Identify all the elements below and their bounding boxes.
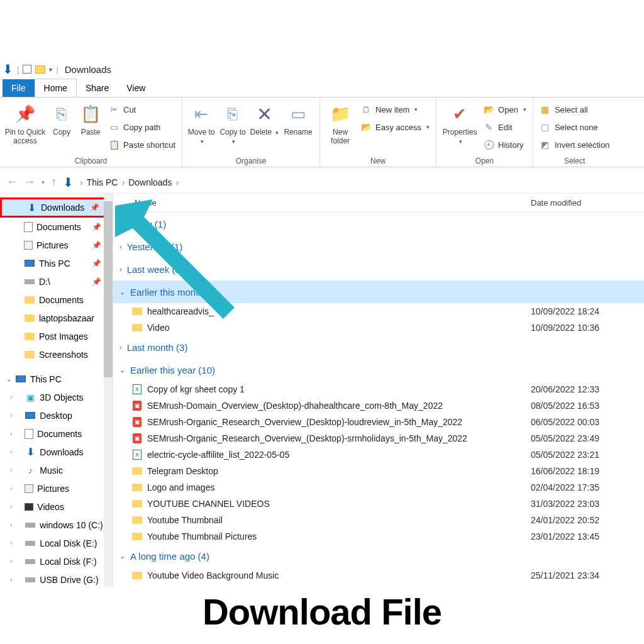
file-row[interactable]: YOUTUBE CHANNEL VIDEOS31/03/2022 23:03	[113, 496, 644, 512]
open-button[interactable]: 📂Open▾	[480, 101, 529, 118]
sidebar-item-documents[interactable]: Documents📌	[0, 218, 113, 236]
file-date: 31/03/2022 23:03	[531, 499, 644, 509]
sidebar-item-local-disk-f-[interactable]: ›Local Disk (F:)	[0, 552, 113, 570]
copy-to-button[interactable]: ⎘ Copy to ▾	[218, 100, 248, 145]
invert-selection-button[interactable]: ◩Invert selection	[537, 136, 612, 153]
sidebar-this-pc[interactable]: ⌄ This PC	[0, 370, 113, 388]
breadcrumb-downloads-icon: ⬇	[63, 175, 74, 190]
new-folder-button[interactable]: 📁 New folder	[324, 100, 357, 145]
pin-label: Pin to Quick access	[4, 128, 47, 145]
properties-button[interactable]: ✔ Properties ▾	[440, 100, 479, 145]
file-name: Youtube Thumbnail Pictures	[147, 531, 531, 541]
qat-dropdown-icon[interactable]: ▾	[49, 66, 52, 73]
nav-dropdown-icon[interactable]: ▾	[42, 179, 45, 186]
sidebar-item-documents[interactable]: ›Documents	[0, 425, 113, 443]
copy-button[interactable]: ⎘ Copy	[48, 100, 75, 136]
nav-up-button[interactable]: ↑	[51, 175, 57, 189]
rename-button[interactable]: ▭ Rename	[280, 100, 316, 136]
group-today-1-[interactable]: ›Today (1)	[113, 213, 644, 235]
easy-access-button[interactable]: 📂Easy access▾	[358, 119, 432, 135]
group-earlier-this-month-2-[interactable]: ⌄Earlier this month (2)	[113, 280, 644, 303]
file-row[interactable]: Xelectric-cycle-affilite_list_2022-05-05…	[113, 447, 644, 463]
paste-shortcut-button[interactable]: 📋Paste shortcut	[106, 136, 178, 153]
move-to-button[interactable]: ⇤ Move to ▾	[186, 100, 216, 145]
group-earlier-this-year-10-[interactable]: ⌄Earlier this year (10)	[113, 358, 644, 381]
column-name[interactable]: Name	[113, 198, 531, 208]
file-name: Youtube Thumbnail	[147, 515, 531, 525]
sidebar-item-music[interactable]: ›♪Music	[0, 461, 113, 479]
invert-selection-icon: ◩	[540, 140, 551, 150]
paste-button[interactable]: 📋 Paste	[77, 100, 104, 136]
pin-icon: 📌	[92, 259, 101, 268]
nav-forward-button[interactable]: →	[24, 175, 35, 189]
sidebar-item-pictures[interactable]: Pictures📌	[0, 236, 113, 254]
sidebar-item-windows-10-c-[interactable]: ›windows 10 (C:)	[0, 516, 113, 534]
select-none-button[interactable]: ▢Select none	[537, 119, 612, 135]
file-date: 02/04/2022 17:35	[531, 482, 644, 492]
tab-home[interactable]: Home	[35, 79, 77, 97]
group-last-month-3-[interactable]: ›Last month (3)	[113, 336, 644, 358]
sidebar-item-downloads[interactable]: ›⬇Downloads	[0, 443, 113, 461]
rename-icon: ▭	[287, 103, 309, 125]
cut-button[interactable]: ✂Cut	[106, 101, 178, 118]
file-date: 24/01/2022 20:52	[531, 515, 644, 525]
new-folder-icon: 📁	[329, 103, 352, 125]
file-row[interactable]: Telegram Desktop16/06/2022 18:19	[113, 463, 644, 479]
file-date: 23/01/2022 13:45	[531, 531, 644, 541]
file-date: 20/06/2022 12:33	[531, 384, 644, 394]
file-row[interactable]: ▣SEMrush-Domain_Overview_(Desktop)-dhahe…	[113, 397, 644, 414]
pin-to-quick-access-button[interactable]: 📌 Pin to Quick access	[4, 100, 47, 145]
sidebar-item-3d-objects[interactable]: ›▣3D Objects	[0, 388, 113, 406]
sidebar-item-videos[interactable]: ›Videos	[0, 497, 113, 516]
copy-path-button[interactable]: ▭Copy path	[106, 119, 178, 135]
save-icon[interactable]	[23, 65, 31, 74]
file-name: healthcareadvis_	[147, 306, 531, 316]
pin-icon: 📌	[92, 223, 101, 231]
group-last-week-5-[interactable]: ›Last week (5)	[113, 258, 644, 280]
crumb-this-pc[interactable]: This PC	[87, 177, 118, 187]
file-row[interactable]: Logo and images02/04/2022 17:35	[113, 479, 644, 496]
edit-button[interactable]: ✎Edit	[480, 119, 529, 135]
sidebar-item-screenshots[interactable]: Screenshots	[0, 345, 113, 364]
delete-icon: ✕	[253, 103, 275, 125]
tab-share[interactable]: Share	[77, 79, 118, 97]
new-item-button[interactable]: 🗋New item▾	[358, 101, 432, 118]
history-button[interactable]: 🕘History	[480, 136, 529, 153]
file-row[interactable]: Video10/09/2022 10:36	[113, 319, 644, 336]
move-to-icon: ⇤	[190, 103, 213, 125]
sidebar-item-documents[interactable]: Documents	[0, 291, 113, 309]
sidebar-item-laptopsbazaar[interactable]: laptopsbazaar	[0, 309, 113, 327]
file-row[interactable]: ▣SEMrush-Organic_Research_Overview_(Desk…	[113, 430, 644, 447]
select-all-button[interactable]: ▦Select all	[537, 101, 612, 118]
sidebar-item-pictures[interactable]: ›Pictures	[0, 479, 113, 497]
sidebar-item-downloads[interactable]: ⬇Downloads📌	[0, 197, 113, 218]
paste-shortcut-icon: 📋	[108, 140, 119, 150]
tab-file[interactable]: File	[3, 79, 35, 97]
sidebar-item-usb-drive-g-[interactable]: ›USB Drive (G:)	[0, 570, 113, 589]
pin-icon: 📌	[92, 241, 101, 250]
scrollbar-thumb[interactable]	[104, 201, 113, 377]
navigation-pane: ⬇Downloads📌Documents📌Pictures📌This PC📌D:…	[0, 194, 113, 644]
sidebar-item-post-images[interactable]: Post Images	[0, 327, 113, 345]
breadcrumb[interactable]: › This PC › Downloads ›	[80, 177, 179, 187]
column-date-modified[interactable]: Date modified	[531, 198, 644, 208]
sidebar-scrollbar[interactable]	[104, 194, 113, 644]
file-row[interactable]: Youtube Thumbnail Pictures23/01/2022 13:…	[113, 528, 644, 545]
file-name: YOUTUBE CHANNEL VIDEOS	[147, 499, 531, 509]
file-row[interactable]: XCopy of kgr sheet copy 120/06/2022 12:3…	[113, 381, 644, 397]
file-row[interactable]: Youtube Video Background Music25/11/2021…	[113, 567, 644, 584]
sidebar-item-desktop[interactable]: ›Desktop	[0, 406, 113, 425]
sidebar-item-local-disk-e-[interactable]: ›Local Disk (E:)	[0, 534, 113, 552]
file-row[interactable]: Youtube Thumbnail24/01/2022 20:52	[113, 512, 644, 528]
file-row[interactable]: ▣SEMrush-Organic_Research_Overview_(Desk…	[113, 414, 644, 430]
nav-back-button[interactable]: ←	[6, 175, 18, 189]
group-yesterday-1-[interactable]: ›Yesterday (1)	[113, 235, 644, 258]
sidebar-item-this-pc[interactable]: This PC📌	[0, 254, 113, 272]
delete-button[interactable]: ✕ Delete ▾	[249, 100, 279, 136]
group-a-long-time-ago-4-[interactable]: ⌄A long time ago (4)	[113, 545, 644, 567]
crumb-downloads[interactable]: Downloads	[128, 177, 172, 187]
sidebar-item-d-[interactable]: D:\📌	[0, 272, 113, 291]
tab-view[interactable]: View	[118, 79, 154, 97]
group-label-new: New	[324, 155, 432, 165]
file-row[interactable]: healthcareadvis_10/09/2022 18:24	[113, 303, 644, 319]
